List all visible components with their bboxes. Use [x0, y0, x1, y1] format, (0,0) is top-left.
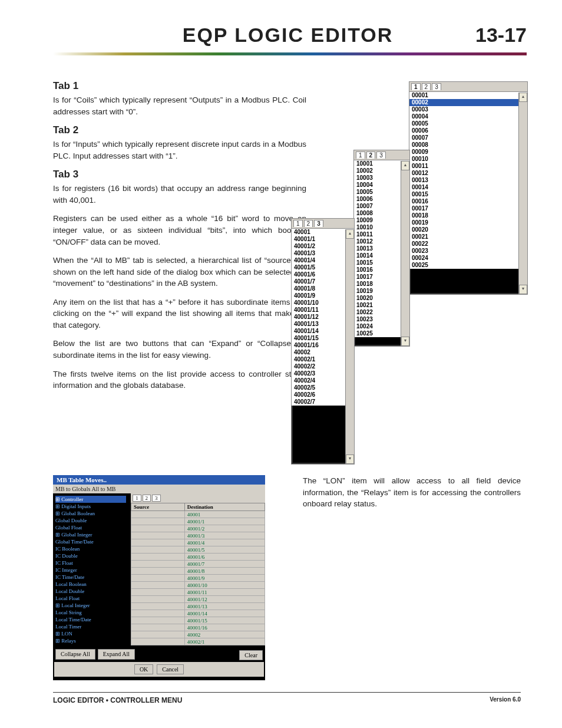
tree-item[interactable]: Local Float: [55, 595, 126, 602]
fig3-tabs[interactable]: 1 2 3: [292, 219, 354, 229]
tree-item[interactable]: IC Float: [55, 559, 126, 566]
list-item[interactable]: 00021: [409, 233, 527, 241]
list-item[interactable]: 00011: [409, 163, 527, 170]
mb-table[interactable]: Source Destination 4000140001/140001/240…: [131, 503, 265, 645]
table-row[interactable]: 40001/2: [131, 525, 265, 532]
fig2-tab-3[interactable]: 3: [376, 151, 386, 159]
table-row[interactable]: 40001/4: [131, 539, 265, 546]
tree-item[interactable]: Local String: [55, 609, 126, 616]
mb-tabrow[interactable]: MB to Globals All to MB: [53, 485, 265, 493]
cell-source: [131, 617, 185, 624]
collapse-all-button[interactable]: Collapse All: [55, 649, 95, 660]
table-row[interactable]: 40001/7: [131, 561, 265, 568]
list-item[interactable]: 00010: [409, 156, 527, 163]
expand-all-button[interactable]: Expand All: [98, 649, 135, 660]
clear-button[interactable]: Clear: [239, 650, 263, 660]
tree-item[interactable]: ⊞ Local Integer: [55, 602, 126, 609]
tree-item[interactable]: Local Timer: [55, 623, 126, 630]
tree-item[interactable]: IC Double: [55, 552, 126, 559]
table-row[interactable]: 40001/16: [131, 624, 265, 631]
tree-item[interactable]: ⊞ Controller: [55, 496, 126, 503]
table-row[interactable]: 40001/6: [131, 554, 265, 561]
table-row[interactable]: 40001/5: [131, 546, 265, 554]
cancel-button[interactable]: Cancel: [157, 664, 184, 674]
table-row[interactable]: 40001/12: [131, 596, 265, 603]
mb-tab-3[interactable]: 3: [152, 495, 161, 502]
tree-item[interactable]: Global Double: [55, 517, 126, 524]
fig2-scrollbar[interactable]: ▴▾: [401, 161, 409, 346]
fig1-scrollbar[interactable]: ▴▾: [518, 93, 527, 294]
fig3-tab-2[interactable]: 2: [304, 220, 313, 227]
list-item[interactable]: 00007: [409, 134, 527, 141]
fig1-tab-2[interactable]: 2: [422, 83, 431, 90]
mb-tab-1[interactable]: 1: [133, 495, 141, 502]
table-row[interactable]: 40001/3: [131, 532, 265, 539]
table-row[interactable]: 40001/14: [131, 610, 265, 617]
scroll-up-icon[interactable]: ▴: [401, 161, 409, 170]
tree-item[interactable]: ⊞ Relays: [55, 637, 126, 644]
fig2-tab-1[interactable]: 1: [356, 151, 365, 159]
list-item[interactable]: 00013: [409, 177, 527, 184]
list-item[interactable]: 00014: [409, 184, 527, 191]
mb-source-tree[interactable]: ⊞ Controller⊞ Digital Inputs⊞ Global Boo…: [53, 493, 128, 647]
table-row[interactable]: 40002: [131, 631, 265, 638]
tree-item[interactable]: ⊞ Digital Inputs: [55, 503, 126, 510]
scroll-down-icon[interactable]: ▾: [519, 285, 527, 294]
fig1-list[interactable]: 0000100002000030000400005000060000700008…: [409, 92, 527, 269]
list-item[interactable]: 00003: [409, 106, 527, 113]
mb-tab-2[interactable]: 2: [143, 495, 151, 502]
list-item[interactable]: 00008: [409, 141, 527, 149]
list-item[interactable]: 00009: [409, 149, 527, 156]
tree-item[interactable]: ⊞ Global Integer: [55, 531, 126, 538]
tree-item[interactable]: Global Time/Date: [55, 538, 126, 545]
mb-right-tabs[interactable]: 1 2 3: [131, 493, 265, 503]
fig1-tab-3[interactable]: 3: [432, 83, 441, 90]
list-item[interactable]: 00016: [409, 198, 527, 205]
tree-item[interactable]: Local Time/Date: [55, 616, 126, 623]
fig1-tab-1[interactable]: 1: [411, 83, 421, 90]
table-row[interactable]: 40001: [131, 511, 265, 518]
list-item[interactable]: 00006: [409, 127, 527, 134]
table-row[interactable]: 40001/1: [131, 518, 265, 525]
list-item[interactable]: 00005: [409, 120, 527, 127]
table-row[interactable]: 40001/8: [131, 568, 265, 575]
list-item[interactable]: 00025: [409, 262, 527, 269]
tree-item[interactable]: IC Integer: [55, 566, 126, 574]
fig2-tab-2[interactable]: 2: [366, 151, 376, 159]
tree-item[interactable]: IC Boolean: [55, 545, 126, 552]
tree-item[interactable]: Local Boolean: [55, 581, 126, 588]
list-item[interactable]: 00017: [409, 205, 527, 212]
list-item[interactable]: 00023: [409, 248, 527, 255]
list-item[interactable]: 00024: [409, 255, 527, 262]
fig3-scrollbar[interactable]: ▴▾: [345, 229, 354, 464]
table-row[interactable]: 40001/13: [131, 603, 265, 610]
scroll-up-icon[interactable]: ▴: [519, 93, 527, 102]
fig1-tabs[interactable]: 1 2 3: [409, 82, 527, 92]
table-row[interactable]: 40001/10: [131, 582, 265, 589]
fig2-tabs[interactable]: 1 2 3: [354, 150, 409, 160]
tree-item[interactable]: ⊞ LON: [55, 630, 126, 637]
list-item[interactable]: 00012: [409, 170, 527, 177]
table-row[interactable]: 40002/1: [131, 638, 265, 645]
table-row[interactable]: 40001/9: [131, 575, 265, 582]
tree-item[interactable]: IC Time/Date: [55, 574, 126, 581]
scroll-up-icon[interactable]: ▴: [346, 229, 354, 239]
table-row[interactable]: 40001/11: [131, 589, 265, 596]
list-item[interactable]: 00020: [409, 226, 527, 233]
fig3-tab-1[interactable]: 1: [293, 220, 303, 227]
list-item[interactable]: 00019: [409, 219, 527, 226]
list-item[interactable]: 00002: [409, 99, 527, 106]
tree-item[interactable]: Global Float: [55, 524, 126, 531]
list-item[interactable]: 00018: [409, 212, 527, 219]
list-item[interactable]: 00022: [409, 241, 527, 248]
tree-item[interactable]: ⊞ Global Boolean: [55, 510, 126, 517]
table-row[interactable]: 40001/15: [131, 617, 265, 624]
scroll-down-icon[interactable]: ▾: [401, 337, 409, 346]
list-item[interactable]: 00001: [409, 92, 527, 99]
scroll-down-icon[interactable]: ▾: [346, 454, 354, 464]
list-item[interactable]: 00015: [409, 191, 527, 198]
list-item[interactable]: 00004: [409, 113, 527, 120]
fig3-tab-3[interactable]: 3: [314, 220, 323, 227]
tree-item[interactable]: Local Double: [55, 588, 126, 595]
ok-button[interactable]: OK: [134, 664, 153, 674]
